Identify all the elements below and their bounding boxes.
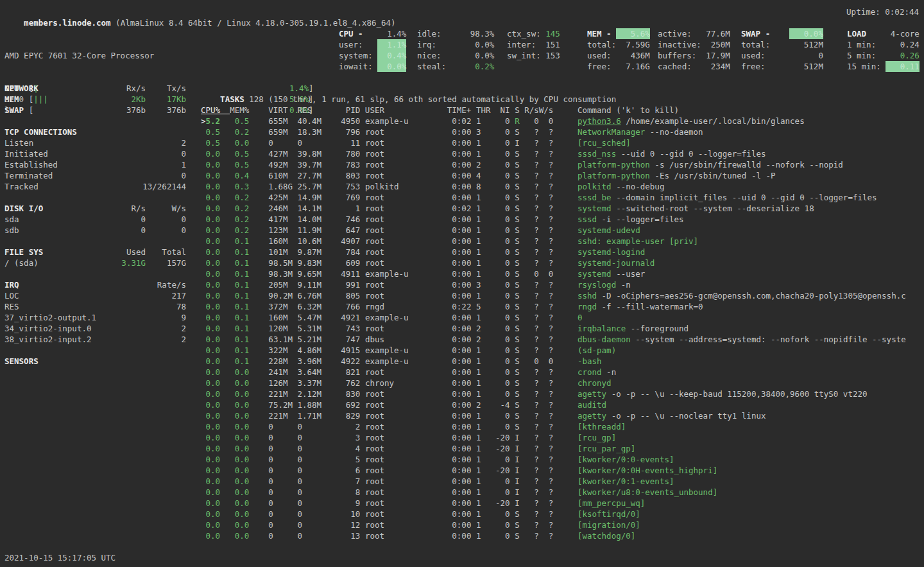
network-section: NETWORKRx/sTx/seth02Kb17Kblo376b376b — [4, 83, 186, 116]
process-row: 0.0 0.0 0 012 root0:00 10 S?? [migration… — [201, 519, 906, 530]
sensors-section: SENSORS — [4, 356, 186, 367]
process-row: 0.0 0.1 98.5M 9.83M609 root0:00 10 S?? s… — [201, 257, 906, 268]
process-row: 0.0 0.1 90.2M 6.76M805 root0:00 10 S?? s… — [201, 290, 906, 301]
footer-timestamp: 2021-10-15 15:17:05 UTC — [4, 552, 116, 563]
uptime: Uptime: 0:02:44 — [846, 6, 919, 17]
tcp-connections-row: Tracked13/262144 — [4, 181, 186, 192]
tasks-counts: 128 (150 thr), 1 run, 61 slp, 66 oth — [249, 94, 427, 104]
glances-terminal[interactable]: members.linode.com (AlmaLinux 8.4 64bit … — [0, 0, 924, 567]
cpu-stat-row: steal:0.2% — [417, 61, 494, 72]
cpu-model: AMD EPYC 7601 32-Core Processor — [4, 50, 314, 61]
tcp-connections-row: Terminated0 — [4, 170, 186, 181]
process-row: 0.0 0.1 322M 4.86M4915 example-u0:00 10 … — [201, 345, 906, 356]
process-row: 0.0 0.0 221M 1.71M829 root0:00 10 S?? ag… — [201, 410, 906, 421]
tasks-title: TASKS — [220, 94, 249, 104]
mem-stat-row: inactive:250M — [658, 39, 730, 50]
tcp-connections-section: TCP CONNECTIONSListen2Initiated0Establis… — [4, 126, 186, 192]
hostname: members.linode.com — [24, 18, 110, 28]
process-row: 0.0 0.0 221M 2.12M830 root0:00 10 S?? ag… — [201, 388, 906, 399]
process-row: 0.0 0.2 246M 14.1M1 root0:02 10 S?? syst… — [201, 203, 906, 214]
cpu-stat-row: idle:98.3% — [417, 28, 494, 39]
irq-row: 37_virtio2-output.19 — [4, 312, 186, 323]
process-row: 0.0 0.0 75.2M 1.88M692 root0:00 2-4 S?? … — [201, 399, 906, 410]
mem-stat-row: cached:234M — [658, 61, 730, 72]
swap-stat-row: free:512M — [741, 61, 823, 72]
swap-stat-row: used:0 — [741, 50, 823, 61]
process-row: 0.0 0.0 0 06 root0:00 1-20 I?? [kworker/… — [201, 465, 906, 476]
process-row: 0.0 0.1 101M 9.87M784 root0:00 10 S?? sy… — [201, 247, 906, 257]
mem-stat-row: MEM -5.6% — [587, 28, 650, 39]
process-row: 0.0 0.0 0 03 root0:00 1-20 I?? [rcu_gp] — [201, 432, 906, 443]
disk-io-header: DISK I/OR/sW/s — [4, 203, 186, 214]
mem-stat-row: used:436M — [587, 50, 650, 61]
process-row: 0.0 0.0 0 02 root0:00 10 S?? [kthreadd] — [201, 421, 906, 432]
process-row: 0.0 0.1 160M 10.6M4907 root0:00 10 S?? s… — [201, 236, 906, 247]
os-info: (AlmaLinux 8.4 64bit / Linux 4.18.0-305.… — [111, 18, 396, 28]
irq-header: IRQRate/s — [4, 279, 186, 290]
irq-row: 38_virtio2-input.22 — [4, 334, 186, 345]
mem-stat-row: total:7.59G — [587, 39, 650, 50]
disk-io-row: sdb00 — [4, 225, 186, 236]
process-row: 0.0 0.1 63.1M 5.21M747 dbus0:00 20 S?? d… — [201, 334, 906, 345]
load-stat-row: LOAD4-core — [847, 28, 920, 39]
load-stat-row: 1 min:0.24 — [847, 39, 920, 50]
mem-stat-row: free:7.16G — [587, 61, 650, 72]
mem-stat-row: buffers:17.9M — [658, 50, 730, 61]
sidebar-sections: NETWORKRx/sTx/seth02Kb17Kblo376b376bTCP … — [4, 83, 186, 378]
cpu-stat-row: irq:0.0% — [417, 39, 494, 50]
process-row: 0.0 0.2 425M 14.9M769 root0:00 10 S?? ss… — [201, 192, 906, 203]
disk-io-section: DISK I/OR/sW/ssda00sdb00 — [4, 203, 186, 236]
sensors-header: SENSORS — [4, 356, 186, 367]
tcp-connections-row: Listen2 — [4, 137, 186, 148]
filesystem-header: FILE SYSUsedTotal — [4, 247, 186, 257]
process-row: 0.5 0.0 0 011 root0:00 10 I?? [rcu_sched… — [201, 137, 906, 148]
cpu-stat-row: CPU -1.4% — [339, 28, 406, 39]
process-row: 0.5 0.2 659M 18.3M796 root0:00 30 S?? Ne… — [201, 126, 906, 137]
process-table-header: CPU% MEM% VIRT RESPID USERTIME+ THRNI SR… — [201, 105, 906, 116]
network-row: eth02Kb17Kb — [4, 94, 186, 105]
tasks-sort-note: sorted automatically by CPU consumption — [428, 94, 617, 104]
mem-stat-row: active:77.6M — [658, 28, 730, 39]
cpu-stat-row: user:1.1% — [339, 39, 406, 50]
process-row: 0.0 0.1 205M 9.11M991 root0:00 30 S?? rs… — [201, 279, 906, 290]
process-row: 0.0 0.5 492M 39.7M783 root0:00 20 S?? pl… — [201, 159, 906, 170]
filesystem-section: FILE SYSUsedTotal/ (sda)3.31G157G — [4, 247, 186, 268]
irq-row: 34_virtio2-input.02 — [4, 323, 186, 334]
swap-stat-row: SWAP -0.0% — [741, 28, 823, 39]
process-row: 0.0 0.0 0 05 root0:00 10 I?? [kworker/0:… — [201, 454, 906, 465]
network-row: lo376b376b — [4, 105, 186, 116]
swap-stat-row: total:512M — [741, 39, 823, 50]
process-row: >5.2 0.5 655M 40.4M4950 example-u0:02 10… — [201, 116, 906, 126]
process-row: 0.0 0.2 123M 11.9M647 root0:00 10 S?? sy… — [201, 225, 906, 236]
load-stat-row: 5 min:0.26 — [847, 50, 920, 61]
load-stat-row: 15 min:0.11 — [847, 61, 920, 72]
cpu-stat-row: ctx_sw:145 — [507, 28, 560, 39]
process-row: 0.0 0.0 0 04 root0:00 1-20 I?? [rcu_par_… — [201, 443, 906, 454]
irq-row: LOC217 — [4, 290, 186, 301]
tasks-summary: TASKS 128 (150 thr), 1 run, 61 slp, 66 o… — [201, 83, 616, 94]
process-row: 0.0 0.0 241M 3.64M821 root0:00 10 S?? cr… — [201, 367, 906, 378]
tcp-connections-row: Initiated0 — [4, 148, 186, 159]
process-row: 0.0 0.1 98.3M 9.65M4911 example-u0:00 10… — [201, 268, 906, 279]
process-row: 0.0 0.1 120M 5.31M743 root0:00 20 S?? ir… — [201, 323, 906, 334]
irq-section: IRQRate/sLOC217RES7837_virtio2-output.19… — [4, 279, 186, 345]
process-row: 0.0 0.0 0 07 root0:00 10 I?? [kworker/0:… — [201, 476, 906, 487]
network-header: NETWORKRx/sTx/s — [4, 83, 186, 94]
filesystem-row: / (sda)3.31G157G — [4, 257, 186, 268]
process-row: 0.0 0.0 0 010 root0:00 10 S?? [ksoftirqd… — [201, 509, 906, 519]
process-row: 0.0 0.1 160M 5.47M4921 example-u0:00 10 … — [201, 312, 906, 323]
process-row: 0.0 0.1 228M 3.96M4922 example-u0:00 10 … — [201, 356, 906, 367]
header-line: members.linode.com (AlmaLinux 8.4 64bit … — [4, 6, 919, 17]
process-row: 0.0 0.1 372M 6.32M766 rngd0:22 50 S?? rn… — [201, 301, 906, 312]
process-row: 0.0 0.0 0 09 root0:00 1-20 I?? [mm_percp… — [201, 498, 906, 509]
cpu-stat-row: system:0.4% — [339, 50, 406, 61]
irq-row: RES78 — [4, 301, 186, 312]
cpu-stat-row: iowait:0.0% — [339, 61, 406, 72]
process-row: 0.0 0.0 0 08 root0:00 10 I?? [kworker/u8… — [201, 487, 906, 498]
process-row: 0.0 0.4 610M 27.7M803 root0:00 40 S?? pl… — [201, 170, 906, 181]
disk-io-row: sda00 — [4, 214, 186, 225]
tcp-connections-header: TCP CONNECTIONS — [4, 126, 186, 137]
process-row: 0.0 0.0 0 013 root0:00 10 S?? [watchdog/… — [201, 530, 906, 541]
cpu-stat-row: sw_int:153 — [507, 50, 560, 61]
cpu-stat-row: inter:151 — [507, 39, 560, 50]
